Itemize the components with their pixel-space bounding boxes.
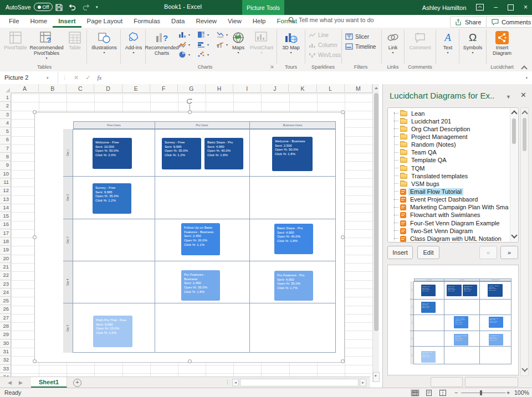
insert-combo-chart-button[interactable]: ▾ [216, 41, 228, 48]
next-page-button[interactable]: » [500, 246, 518, 259]
zoom-out-button[interactable]: − [454, 389, 458, 396]
insert-column-chart-button[interactable]: ▾ [178, 31, 190, 38]
ribbon-tab-formulas[interactable]: Formulas [128, 15, 166, 27]
recommended-charts-button[interactable]: ? Recommended Charts [147, 29, 176, 56]
tree-item-four-set-venn-diagram-example[interactable]: Four-Set Venn Diagram Example [388, 219, 509, 227]
table-button[interactable]: Table [66, 29, 84, 50]
tree-item-project-management[interactable]: Project Management [388, 133, 509, 141]
tree-item-lucidchart-201[interactable]: Lucidchart 201 [388, 117, 509, 125]
insert-line-chart-button[interactable]: ▾ [178, 41, 190, 48]
insert-pie-chart-button[interactable]: ▾ [178, 51, 190, 58]
row-header-1[interactable]: 1 [0, 94, 11, 102]
ribbon-tab-help[interactable]: Help [247, 15, 272, 27]
column-header-j[interactable]: J [261, 84, 289, 93]
resize-handle-w[interactable] [33, 235, 37, 239]
preview-action-button-2[interactable] [465, 377, 518, 387]
close-button[interactable]: × [524, 0, 528, 15]
row-header-19[interactable]: 19 [0, 246, 11, 254]
resize-handle-ne[interactable] [341, 110, 345, 114]
row-header-18[interactable]: 18 [0, 238, 11, 246]
symbols-button[interactable]: Ω Symbols [462, 29, 484, 54]
panel-scrollbar[interactable] [520, 107, 529, 376]
recommended-pivottables-button[interactable]: ? Recommended PivotTables [29, 29, 64, 60]
resize-handle-e[interactable] [341, 235, 345, 239]
save-button[interactable] [55, 4, 63, 11]
timeline-button[interactable]: Timeline [345, 43, 376, 50]
column-header-m[interactable]: M [345, 84, 372, 93]
tell-me-search[interactable]: Tell me what you want to do [288, 17, 374, 23]
column-header-k[interactable]: K [289, 84, 316, 93]
row-header-7[interactable]: 7 [0, 145, 11, 153]
insert-diagram-panel-button[interactable]: Insert [387, 246, 413, 259]
column-header-h[interactable]: H [206, 84, 233, 93]
insert-bar-chart-button[interactable]: ▾ [197, 41, 209, 48]
tree-item-tqm[interactable]: TQM [388, 164, 509, 172]
row-header-16[interactable]: 16 [0, 220, 11, 229]
row-header-22[interactable]: 22 [0, 271, 11, 280]
ribbon-tab-insert[interactable]: Insert [53, 15, 81, 28]
embedded-diagram-picture[interactable]: Free UsersPro UsersBusiness UsersDay 1Da… [34, 112, 345, 363]
row-header-23[interactable]: 23 [0, 280, 11, 288]
prev-sheet-arrow[interactable]: ◀ [8, 380, 12, 385]
prev-page-button[interactable]: « [479, 246, 497, 259]
row-header-11[interactable]: 11 [0, 178, 11, 187]
sparkline-column-button[interactable]: Column [309, 42, 337, 48]
resize-handle-n[interactable] [188, 110, 192, 114]
row-header-6[interactable]: 6 [0, 136, 11, 144]
row-header-13[interactable]: 13 [0, 195, 11, 204]
sparkline-line-button[interactable]: Line [309, 32, 329, 38]
zoom-slider-track[interactable] [461, 393, 505, 393]
resize-handle-sw[interactable] [33, 359, 37, 363]
formula-input[interactable] [105, 73, 518, 83]
comments-button[interactable]: Comments [486, 16, 532, 28]
name-box-dropdown-icon[interactable]: ▾ [47, 76, 49, 80]
row-header-27[interactable]: 27 [0, 314, 11, 322]
ribbon-tab-page-layout[interactable]: Page Layout [81, 15, 129, 27]
diagram-preview[interactable]: Free UsersPro UsersBusiness UsersDay 1Da… [387, 265, 519, 375]
row-header-9[interactable]: 9 [0, 161, 11, 169]
sparkline-winloss-button[interactable]: Win/Loss [309, 52, 341, 58]
row-header-29[interactable]: 29 [0, 331, 11, 339]
row-header-3[interactable]: 3 [0, 111, 11, 119]
row-header-33[interactable]: 33 [0, 365, 11, 373]
ribbon-tab-review[interactable]: Review [190, 15, 222, 27]
resize-handle-s[interactable] [188, 359, 192, 363]
ribbon-display-options-button[interactable] [476, 3, 484, 13]
panel-scroll-down-icon[interactable] [521, 365, 528, 372]
customize-quick-access-button[interactable]: ▾ [96, 5, 98, 9]
row-header-26[interactable]: 26 [0, 305, 11, 313]
tree-item-org-chart-description[interactable]: Org Chart Description [388, 125, 509, 133]
collapse-ribbon-button[interactable] [522, 63, 526, 68]
text-button[interactable]: A Text [438, 29, 457, 54]
column-header-a[interactable]: A [11, 84, 39, 93]
cancel-entry-button[interactable]: ✕ [74, 74, 79, 81]
tree-scrollbar[interactable] [510, 109, 518, 241]
autosave-toggle[interactable]: AutoSave Off [6, 3, 53, 11]
ribbon-tab-view[interactable]: View [222, 15, 247, 27]
zoom-slider-thumb[interactable] [480, 390, 482, 395]
resize-handle-nw[interactable] [33, 110, 37, 114]
zoom-level[interactable]: 100% [514, 389, 529, 396]
scroll-up-arrow[interactable] [375, 87, 378, 89]
tree-item-two-set-venn-diagram[interactable]: Two-Set Venn Diagram [388, 227, 509, 235]
ribbon-tab-file[interactable]: File [3, 15, 25, 27]
tree-item-flowchart-with-swimlanes[interactable]: Flowchart with Swimlanes [388, 212, 509, 219]
select-all-corner[interactable] [0, 84, 12, 94]
row-header-10[interactable]: 10 [0, 170, 11, 178]
page-break-view-button[interactable] [438, 389, 447, 396]
user-account[interactable]: Ashley Hamilton [422, 4, 466, 11]
row-header-20[interactable]: 20 [0, 255, 11, 263]
insert-diagram-button[interactable]: Insert Diagram [489, 29, 515, 56]
row-header-25[interactable]: 25 [0, 297, 11, 305]
row-header-24[interactable]: 24 [0, 288, 11, 297]
hscroll-right-arrow[interactable]: ▸ [360, 379, 366, 386]
tree-scroll-thumb[interactable] [512, 118, 516, 144]
row-header-32[interactable]: 32 [0, 356, 11, 364]
zoom-in-button[interactable]: + [507, 389, 510, 396]
tree-scroll-down-icon[interactable] [511, 232, 517, 238]
row-header-31[interactable]: 31 [0, 348, 11, 356]
maximize-button[interactable] [508, 4, 514, 11]
slicer-button[interactable]: Slicer [345, 33, 369, 40]
column-header-i[interactable]: I [233, 84, 261, 93]
insert-scatter-chart-button[interactable]: ▾ [197, 51, 209, 58]
